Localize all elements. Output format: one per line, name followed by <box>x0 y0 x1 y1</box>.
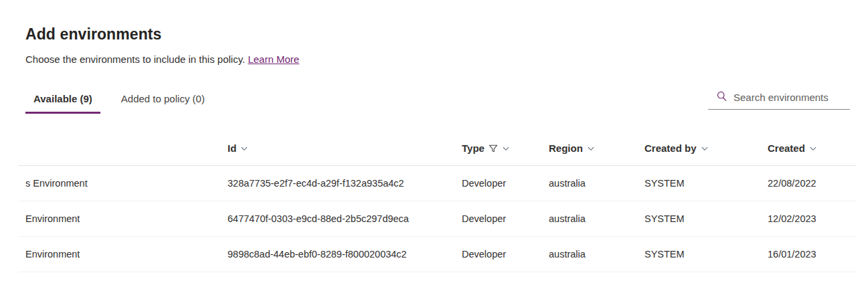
column-header-created-label: Created <box>768 142 805 154</box>
learn-more-link[interactable]: Learn More <box>248 54 299 65</box>
cell-environment-type: Developer <box>462 166 549 201</box>
cell-environment-created: 12/02/2023 <box>768 201 857 237</box>
column-header-region-label: Region <box>549 142 583 154</box>
cell-environment-region: australia <box>549 166 644 201</box>
cell-environment-id: 6477470f-0303-e9cd-88ed-2b5c297d9eca <box>228 201 462 237</box>
column-header-name <box>19 136 228 166</box>
cell-environment-id: 328a7735-e2f7-ec4d-a29f-f132a935a4c2 <box>228 166 462 201</box>
cell-environment-region: australia <box>549 237 644 272</box>
tab-added-to-policy[interactable]: Added to policy (0) <box>113 86 213 114</box>
tab-available[interactable]: Available (9) <box>25 86 100 114</box>
cell-environment-created-by: SYSTEM <box>644 237 768 272</box>
tab-available-label: Available (9) <box>33 93 92 104</box>
environments-table: Id Type Reg <box>19 136 857 272</box>
cell-environment-name: s Environment <box>19 166 228 201</box>
filter-icon <box>489 144 498 153</box>
chevron-down-icon <box>502 144 510 153</box>
page-title: Add environments <box>25 25 868 43</box>
search-environments-box[interactable] <box>708 88 850 110</box>
search-icon <box>716 90 727 104</box>
cell-environment-created: 22/08/2022 <box>768 166 857 201</box>
chevron-down-icon <box>240 144 248 153</box>
cell-environment-region: australia <box>549 201 644 237</box>
page-subtitle: Choose the environments to include in th… <box>25 54 868 65</box>
cell-environment-type: Developer <box>462 201 549 237</box>
cell-environment-name: Environment <box>19 201 228 237</box>
column-header-id[interactable]: Id <box>228 136 462 166</box>
chevron-down-icon <box>809 144 817 153</box>
column-header-type[interactable]: Type <box>462 136 549 166</box>
cell-environment-name: Environment <box>19 237 228 272</box>
cell-environment-type: Developer <box>462 237 549 272</box>
tab-added-to-policy-label: Added to policy (0) <box>121 93 205 104</box>
chevron-down-icon <box>587 144 595 153</box>
table-row[interactable]: s Environment 328a7735-e2f7-ec4d-a29f-f1… <box>19 166 857 201</box>
column-header-type-label: Type <box>462 142 485 154</box>
cell-environment-created-by: SYSTEM <box>644 201 768 237</box>
table-row[interactable]: Environment 6477470f-0303-e9cd-88ed-2b5c… <box>19 201 857 237</box>
search-input[interactable] <box>733 92 849 103</box>
column-header-region[interactable]: Region <box>549 136 644 166</box>
chevron-down-icon <box>701 144 709 153</box>
table-header-row: Id Type Reg <box>19 136 857 166</box>
table-row[interactable]: Environment 9898c8ad-44eb-ebf0-8289-f800… <box>19 237 857 272</box>
add-environments-panel: Add environments Choose the environments… <box>0 0 868 114</box>
subtitle-text: Choose the environments to include in th… <box>25 54 245 65</box>
column-header-id-label: Id <box>228 142 236 154</box>
column-header-created-by-label: Created by <box>644 142 697 154</box>
column-header-created[interactable]: Created <box>768 136 857 166</box>
cell-environment-created-by: SYSTEM <box>644 166 768 201</box>
cell-environment-id: 9898c8ad-44eb-ebf0-8289-f800020034c2 <box>228 237 462 272</box>
column-header-created-by[interactable]: Created by <box>644 136 768 166</box>
cell-environment-created: 16/01/2023 <box>768 237 857 272</box>
